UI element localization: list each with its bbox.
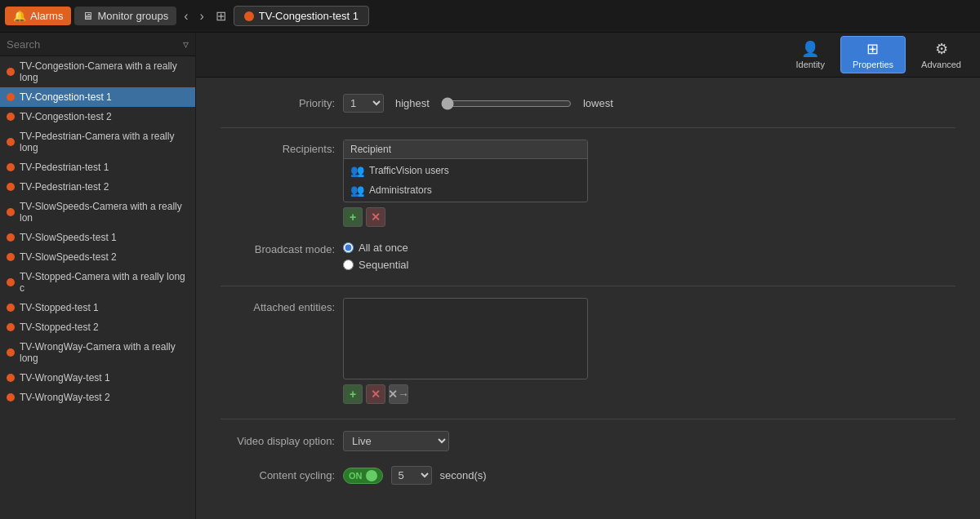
item-dot [7,183,15,191]
recipients-action-header [563,140,587,158]
recipients-header: Recipient [344,140,587,159]
sidebar-list: TV-Congestion-Camera with a really longT… [0,56,195,519]
item-dot [7,233,15,242]
broadcast-row: Broadcast mode: All at once Sequential [220,242,956,271]
toggle-circle [366,470,377,481]
identity-tab[interactable]: 👤 Identity [783,36,836,73]
broadcast-sequential[interactable]: Sequential [343,259,408,271]
sidebar-item[interactable]: TV-WrongWay-test 1 [0,368,195,388]
attached-action-buttons: + ✕ ✕→ [343,384,588,404]
recipients-table: Recipient 👥TrafficVision users👥Administr… [343,140,588,202]
advanced-tab[interactable]: ⚙ Advanced [909,36,973,73]
sidebar-item[interactable]: TV-Pedestrian-Camera with a really long [0,126,195,157]
broadcast-all-at-once[interactable]: All at once [343,242,408,254]
item-dot [7,278,15,286]
item-dot [7,163,15,171]
sidebar-item[interactable]: TV-Stopped-test 1 [0,298,195,317]
priority-label: Priority: [220,97,335,109]
right-panel: 👤 Identity ⊞ Properties ⚙ Advanced Prior… [196,33,980,519]
content-area: Priority: 123 highest lowest Recipients:… [196,78,980,519]
nav-back-button[interactable]: ‹ [180,7,192,25]
add-entity-button[interactable]: + [343,384,363,404]
alarms-tab[interactable]: 🔔 Alarms [5,7,71,25]
attached-entities-box [343,298,588,379]
monitor-icon: 🖥 [82,10,93,22]
recipient-icon: 👥 [350,164,364,177]
item-dot [7,304,15,312]
sidebar-item[interactable]: TV-Pedestrian-test 1 [0,157,195,177]
sidebar-item[interactable]: TV-SlowSpeeds-Camera with a really lon [0,197,195,228]
advanced-label: Advanced [921,60,961,69]
cycling-unit-label: second(s) [440,469,487,481]
broadcast-all-radio[interactable] [343,242,354,253]
nav-grid-button[interactable]: ⊞ [212,7,230,25]
sidebar-item[interactable]: TV-SlowSpeeds-test 2 [0,247,195,267]
divider-1 [220,127,956,128]
item-dot [7,93,15,101]
item-label: TV-SlowSpeeds-test 2 [20,251,117,263]
toolbar: 👤 Identity ⊞ Properties ⚙ Advanced [196,33,980,78]
properties-icon: ⊞ [866,40,879,58]
nav-forward-button[interactable]: › [196,7,208,25]
item-dot [7,374,15,382]
identity-icon: 👤 [801,40,819,58]
sidebar-item[interactable]: TV-WrongWay-test 2 [0,388,195,407]
sidebar-item[interactable]: TV-Stopped-test 2 [0,317,195,337]
active-tab-label: TV-Congestion-test 1 [259,10,359,22]
sidebar-item[interactable]: TV-Congestion-test 1 [0,87,195,107]
item-dot [7,348,15,357]
search-input[interactable] [7,38,183,51]
item-label: TV-Pedestrian-Camera with a really long [20,131,189,153]
monitor-groups-tab-label: Monitor groups [97,10,168,22]
cycling-seconds-select[interactable]: 5101530 [391,466,432,485]
attached-label: Attached entities: [220,301,335,313]
item-label: TV-Congestion-test 2 [20,111,112,122]
alarm-icon: 🔔 [13,10,26,22]
recipient-row[interactable]: 👥Administrators [344,180,587,200]
item-label: TV-WrongWay-test 2 [20,392,110,403]
monitor-groups-tab[interactable]: 🖥 Monitor groups [74,7,176,25]
detach-entity-button[interactable]: ✕→ [389,384,408,404]
item-dot [7,138,15,146]
video-select[interactable]: Live Recorded None [343,431,449,451]
alarms-tab-label: Alarms [30,10,63,22]
cycling-label: Content cycling: [220,469,335,481]
sidebar-item[interactable]: TV-Congestion-Camera with a really long [0,56,195,87]
advanced-icon: ⚙ [935,40,948,58]
recipients-action-buttons: + ✕ [343,207,588,227]
item-dot [7,68,15,76]
sidebar-item[interactable]: TV-SlowSpeeds-test 1 [0,228,195,247]
properties-label: Properties [853,60,893,69]
remove-entity-button[interactable]: ✕ [366,384,385,404]
priority-slider[interactable] [441,97,572,110]
item-dot [7,208,15,216]
item-label: TV-SlowSpeeds-Camera with a really lon [20,201,189,224]
remove-recipient-button[interactable]: ✕ [366,207,385,227]
broadcast-all-label: All at once [359,242,408,254]
sidebar-item[interactable]: TV-Congestion-test 2 [0,107,195,126]
divider-2 [220,286,956,286]
properties-tab[interactable]: ⊞ Properties [840,36,906,73]
sidebar-item[interactable]: TV-WrongWay-Camera with a really long [0,337,195,368]
search-bar: ▿ [0,33,195,56]
item-dot [7,393,15,401]
priority-row: Priority: 123 highest lowest [220,94,956,113]
attached-entities-row: Attached entities: + ✕ ✕→ [220,298,956,404]
priority-select[interactable]: 123 [343,94,384,113]
main-layout: ▿ TV-Congestion-Camera with a really lon… [0,33,980,519]
broadcast-label: Broadcast mode: [220,243,335,255]
recipients-label: Recipients: [220,143,335,155]
cycling-toggle[interactable]: ON [343,468,383,484]
sidebar-item[interactable]: TV-Pedestrian-test 2 [0,177,195,197]
search-icon: ▿ [183,38,189,51]
item-label: TV-SlowSpeeds-test 1 [20,232,117,243]
recipient-row[interactable]: 👥TrafficVision users [344,161,587,180]
cycling-on-label: ON [349,471,363,481]
identity-label: Identity [795,60,824,69]
add-recipient-button[interactable]: + [343,207,363,227]
broadcast-seq-radio[interactable] [343,260,354,270]
item-label: TV-Stopped-Camera with a really long c [20,271,189,294]
item-label: TV-Stopped-test 2 [20,322,99,333]
sidebar-item[interactable]: TV-Stopped-Camera with a really long c [0,267,195,298]
item-label: TV-Stopped-test 1 [20,302,99,313]
